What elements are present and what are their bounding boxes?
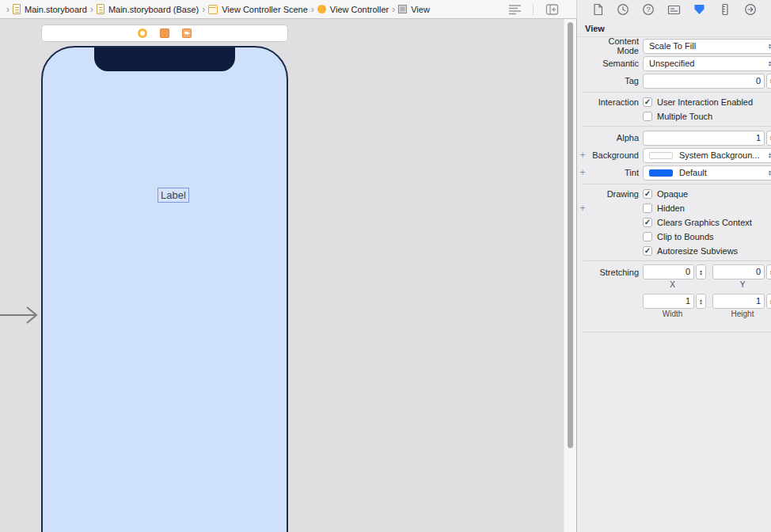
background-row: + Background System Backgroun... ▲▼: [577, 146, 771, 164]
opaque-checkbox[interactable]: ✓: [643, 189, 652, 199]
user-interaction-enabled-checkbox[interactable]: ✓: [643, 97, 652, 107]
add-attribute-button[interactable]: +: [577, 167, 588, 178]
scene-dock: [41, 25, 288, 42]
tint-color-dropdown[interactable]: Default ▲▼: [643, 165, 771, 180]
inspector-title: View: [577, 19, 771, 37]
stretching-label: Stretching: [588, 268, 643, 277]
clears-graphics-context-checkbox[interactable]: ✓: [643, 218, 652, 227]
connections-icon: [744, 3, 757, 16]
multiple-touch-checkbox[interactable]: [643, 112, 652, 121]
chevron-icon: ›: [389, 4, 398, 15]
hidden-checkbox[interactable]: [643, 203, 652, 213]
stretching-row: 1 ▲▼ 1 ▲▼: [577, 293, 771, 310]
tab-history-inspector[interactable]: [614, 2, 632, 17]
scrollbar-thumb[interactable]: [568, 22, 573, 448]
editor-only-button[interactable]: [501, 1, 528, 18]
breadcrumb-label: View Controller Scene: [222, 5, 308, 14]
divider: [583, 260, 771, 261]
width-caption: Width: [647, 310, 698, 320]
drawing-row: ✓ Autoresize Subviews: [577, 244, 771, 258]
stretching-width-stepper[interactable]: ▲▼: [696, 294, 706, 309]
add-editor-button[interactable]: [538, 1, 565, 18]
tag-field[interactable]: 0: [643, 74, 765, 89]
breadcrumb-label: View Controller: [330, 5, 389, 14]
checkbox-label: Opaque: [657, 189, 688, 199]
alpha-stepper[interactable]: ▲▼: [766, 131, 771, 146]
divider: [533, 4, 534, 15]
semantic-dropdown[interactable]: Unspecified ▲▼: [643, 56, 771, 71]
scene-icon: [208, 5, 218, 14]
view-controller-icon[interactable]: [138, 28, 147, 38]
tag-stepper[interactable]: ▲▼: [766, 74, 771, 89]
content-mode-value: Scale To Fill: [649, 41, 696, 51]
tab-identity-inspector[interactable]: [665, 2, 682, 17]
semantic-value: Unspecified: [649, 59, 694, 68]
alpha-label: Alpha: [588, 133, 643, 142]
breadcrumb-view-controller-scene[interactable]: View Controller Scene: [208, 5, 308, 14]
entry-point-arrow[interactable]: [0, 303, 43, 327]
chevron-icon: ›: [199, 4, 208, 15]
top-bar: › Main.storyboard › Main.storyboard (Bas…: [0, 0, 771, 19]
stretching-height-field[interactable]: 1: [712, 294, 765, 309]
first-responder-icon[interactable]: [160, 28, 169, 38]
iphone-view[interactable]: Label: [41, 46, 288, 532]
background-value: System Backgroun...: [679, 150, 760, 160]
chevron-icon: ›: [3, 4, 13, 15]
breadcrumb-view[interactable]: View: [398, 5, 430, 14]
semantic-label: Semantic: [588, 59, 643, 68]
checkbox-label: Autoresize Subviews: [657, 246, 738, 256]
y-caption: Y: [716, 280, 769, 291]
tab-connections-inspector[interactable]: [742, 2, 759, 17]
stretching-captions: Width Height: [577, 310, 771, 320]
file-inspector-icon: [592, 3, 604, 16]
stretching-y-stepper[interactable]: ▲▼: [766, 264, 771, 279]
exit-icon[interactable]: [182, 28, 192, 38]
stretching-x-stepper[interactable]: ▲▼: [696, 264, 706, 279]
vertical-scrollbar[interactable]: [564, 19, 576, 532]
attributes-inspector-panel: View Content Mode Scale To Fill ▲▼ Seman…: [577, 19, 771, 532]
stretching-x-field[interactable]: 0: [643, 264, 694, 279]
align-lines-icon: [508, 4, 522, 15]
add-attribute-button[interactable]: +: [577, 203, 588, 214]
stretching-height-stepper[interactable]: ▲▼: [766, 294, 771, 309]
checkbox-label: Clip to Bounds: [657, 232, 714, 241]
breadcrumb-view-controller[interactable]: View Controller: [317, 5, 389, 14]
drawing-row: Drawing ✓ Opaque: [577, 187, 771, 201]
tint-row: + Tint Default ▲▼: [577, 164, 771, 181]
tag-row: Tag 0 ▲▼: [577, 72, 771, 89]
tab-attributes-inspector[interactable]: [691, 2, 708, 17]
background-color-dropdown[interactable]: System Backgroun... ▲▼: [643, 148, 771, 163]
add-attribute-button[interactable]: +: [577, 150, 588, 161]
tab-help-inspector[interactable]: ?: [640, 2, 657, 17]
storyboard-canvas[interactable]: Label: [0, 19, 564, 532]
alpha-field[interactable]: 1: [643, 131, 765, 146]
chevron-icon: ›: [308, 4, 317, 15]
breadcrumb-label: View: [411, 5, 430, 14]
breadcrumb-label: Main.storyboard: [25, 5, 87, 14]
chevron-up-down-icon: ▲▼: [765, 150, 771, 162]
drawing-label: Drawing: [588, 189, 643, 199]
stretching-row: Stretching 0 ▲▼ 0 ▲▼: [577, 264, 771, 280]
tab-size-inspector[interactable]: [716, 2, 734, 17]
content-mode-dropdown[interactable]: Scale To Fill ▲▼: [643, 39, 771, 54]
storyboard-file-icon: [13, 4, 21, 14]
clip-to-bounds-checkbox[interactable]: [643, 232, 652, 241]
help-icon: ?: [642, 3, 655, 16]
tab-file-inspector[interactable]: [589, 2, 606, 17]
stretching-width-field[interactable]: 1: [643, 294, 694, 309]
content-mode-row: Content Mode Scale To Fill ▲▼: [577, 37, 771, 55]
breadcrumb-main-storyboard[interactable]: Main.storyboard: [13, 4, 87, 14]
chevron-icon: ›: [87, 4, 97, 15]
divider: [583, 184, 771, 184]
tint-label: Tint: [588, 168, 643, 177]
stretching-y-field[interactable]: 0: [712, 264, 765, 279]
divider: [583, 332, 771, 332]
jump-bar: › Main.storyboard › Main.storyboard (Bas…: [0, 0, 576, 18]
identity-card-icon: [667, 4, 681, 16]
selected-label[interactable]: Label: [158, 188, 189, 203]
checkbox-label: Multiple Touch: [657, 112, 712, 121]
breadcrumb-main-storyboard-base[interactable]: Main.storyboard (Base): [97, 4, 199, 14]
clock-icon: [617, 3, 629, 16]
autoresize-subviews-checkbox[interactable]: ✓: [643, 246, 652, 256]
divider: [583, 126, 771, 127]
